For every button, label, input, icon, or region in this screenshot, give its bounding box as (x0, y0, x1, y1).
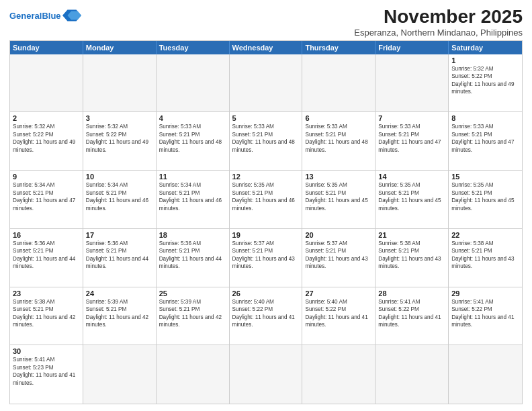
day-number: 15 (451, 173, 519, 181)
day-number: 17 (86, 231, 153, 239)
day-number: 8 (451, 114, 519, 122)
cell-text: Sunrise: 5:41 AMSunset: 5:22 PMDaylight:… (451, 298, 519, 329)
cal-cell: 9Sunrise: 5:34 AMSunset: 5:21 PMDaylight… (10, 171, 83, 229)
cell-text: Sunrise: 5:39 AMSunset: 5:21 PMDaylight:… (159, 298, 226, 329)
cal-cell: 16Sunrise: 5:36 AMSunset: 5:21 PMDayligh… (10, 229, 83, 287)
cal-header-day: Thursday (302, 41, 375, 54)
cal-cell: 23Sunrise: 5:38 AMSunset: 5:21 PMDayligh… (10, 287, 83, 346)
cal-header-day: Wednesday (230, 41, 303, 54)
cal-cell: 18Sunrise: 5:36 AMSunset: 5:21 PMDayligh… (157, 229, 230, 287)
cal-cell: 20Sunrise: 5:37 AMSunset: 5:21 PMDayligh… (302, 229, 375, 287)
cell-text: Sunrise: 5:37 AMSunset: 5:21 PMDaylight:… (232, 240, 300, 271)
day-number: 30 (13, 347, 80, 355)
cal-cell (230, 345, 303, 404)
logo-blue: Blue (42, 11, 60, 21)
cal-cell (157, 54, 230, 113)
day-number: 25 (159, 289, 226, 298)
cell-text: Sunrise: 5:39 AMSunset: 5:21 PMDaylight:… (86, 298, 153, 329)
cell-text: Sunrise: 5:36 AMSunset: 5:21 PMDaylight:… (13, 240, 80, 271)
cell-text: Sunrise: 5:32 AMSunset: 5:22 PMDaylight:… (13, 123, 80, 154)
cell-text: Sunrise: 5:41 AMSunset: 5:23 PMDaylight:… (13, 356, 80, 387)
cell-text: Sunrise: 5:35 AMSunset: 5:21 PMDaylight:… (232, 181, 300, 212)
day-number: 16 (13, 231, 80, 239)
cal-cell: 7Sunrise: 5:33 AMSunset: 5:21 PMDaylight… (375, 112, 449, 171)
cell-text: Sunrise: 5:37 AMSunset: 5:21 PMDaylight:… (305, 240, 372, 271)
logo-text: GeneralBlue (9, 11, 61, 21)
cal-cell (449, 345, 522, 404)
day-number: 24 (86, 289, 153, 298)
cell-text: Sunrise: 5:36 AMSunset: 5:21 PMDaylight:… (86, 240, 153, 271)
cal-cell (375, 345, 449, 404)
cell-text: Sunrise: 5:38 AMSunset: 5:21 PMDaylight:… (451, 240, 519, 271)
cell-text: Sunrise: 5:35 AMSunset: 5:21 PMDaylight:… (305, 181, 372, 212)
day-number: 4 (159, 114, 226, 122)
cal-cell (230, 54, 303, 113)
day-number: 9 (13, 173, 80, 181)
day-number: 27 (305, 289, 372, 298)
cal-header-day: Sunday (10, 41, 83, 54)
logo-icon (62, 8, 81, 23)
cal-cell: 14Sunrise: 5:35 AMSunset: 5:21 PMDayligh… (375, 171, 449, 229)
cal-cell: 4Sunrise: 5:33 AMSunset: 5:21 PMDaylight… (157, 112, 230, 171)
day-number: 20 (305, 231, 372, 239)
cal-cell: 12Sunrise: 5:35 AMSunset: 5:21 PMDayligh… (230, 171, 303, 229)
cell-text: Sunrise: 5:35 AMSunset: 5:21 PMDaylight:… (378, 181, 445, 212)
day-number: 14 (378, 173, 445, 181)
cal-cell: 21Sunrise: 5:38 AMSunset: 5:21 PMDayligh… (375, 229, 449, 287)
cal-cell: 2Sunrise: 5:32 AMSunset: 5:22 PMDaylight… (10, 112, 83, 171)
day-number: 21 (378, 231, 445, 239)
cal-cell: 6Sunrise: 5:33 AMSunset: 5:21 PMDaylight… (302, 112, 375, 171)
day-number: 7 (378, 114, 445, 122)
page-subtitle: Esperanza, Northern Mindanao, Philippine… (354, 28, 523, 38)
cell-text: Sunrise: 5:34 AMSunset: 5:21 PMDaylight:… (159, 181, 226, 212)
title-block: November 2025 Esperanza, Northern Mindan… (354, 7, 523, 38)
day-number: 5 (232, 114, 300, 122)
cell-text: Sunrise: 5:34 AMSunset: 5:21 PMDaylight:… (86, 181, 153, 212)
cal-cell: 28Sunrise: 5:41 AMSunset: 5:22 PMDayligh… (375, 287, 449, 346)
day-number: 28 (378, 289, 445, 298)
cell-text: Sunrise: 5:41 AMSunset: 5:22 PMDaylight:… (378, 298, 445, 329)
cal-cell (10, 54, 83, 113)
cal-cell (83, 345, 157, 404)
cal-cell: 15Sunrise: 5:35 AMSunset: 5:21 PMDayligh… (449, 171, 522, 229)
cell-text: Sunrise: 5:33 AMSunset: 5:21 PMDaylight:… (232, 123, 300, 154)
calendar: SundayMondayTuesdayWednesdayThursdayFrid… (9, 40, 523, 404)
cal-header-day: Tuesday (157, 41, 230, 54)
cal-cell (302, 345, 375, 404)
day-number: 13 (305, 173, 372, 181)
cal-cell: 24Sunrise: 5:39 AMSunset: 5:21 PMDayligh… (83, 287, 157, 346)
cell-text: Sunrise: 5:32 AMSunset: 5:22 PMDaylight:… (451, 65, 519, 96)
day-number: 29 (451, 289, 519, 298)
cal-cell: 30Sunrise: 5:41 AMSunset: 5:23 PMDayligh… (10, 345, 83, 404)
day-number: 11 (159, 173, 226, 181)
calendar-body: 1Sunrise: 5:32 AMSunset: 5:22 PMDaylight… (10, 54, 522, 404)
cal-header-day: Saturday (449, 41, 522, 54)
day-number: 18 (159, 231, 226, 239)
cal-cell: 1Sunrise: 5:32 AMSunset: 5:22 PMDaylight… (449, 54, 522, 113)
cell-text: Sunrise: 5:40 AMSunset: 5:22 PMDaylight:… (232, 298, 300, 329)
day-number: 22 (451, 231, 519, 239)
cal-cell: 17Sunrise: 5:36 AMSunset: 5:21 PMDayligh… (83, 229, 157, 287)
cell-text: Sunrise: 5:32 AMSunset: 5:22 PMDaylight:… (86, 123, 153, 154)
cal-cell: 3Sunrise: 5:32 AMSunset: 5:22 PMDaylight… (83, 112, 157, 171)
cal-cell (375, 54, 449, 113)
cal-cell: 10Sunrise: 5:34 AMSunset: 5:21 PMDayligh… (83, 171, 157, 229)
cell-text: Sunrise: 5:35 AMSunset: 5:21 PMDaylight:… (451, 181, 519, 212)
cell-text: Sunrise: 5:33 AMSunset: 5:21 PMDaylight:… (305, 123, 372, 154)
day-number: 23 (13, 289, 80, 298)
page-title: November 2025 (354, 7, 523, 28)
day-number: 10 (86, 173, 153, 181)
header: GeneralBlue November 2025 Esperanza, Nor… (9, 7, 523, 38)
day-number: 2 (13, 114, 80, 122)
cal-cell: 22Sunrise: 5:38 AMSunset: 5:21 PMDayligh… (449, 229, 522, 287)
cell-text: Sunrise: 5:33 AMSunset: 5:21 PMDaylight:… (378, 123, 445, 154)
cal-cell: 29Sunrise: 5:41 AMSunset: 5:22 PMDayligh… (449, 287, 522, 346)
cal-cell: 19Sunrise: 5:37 AMSunset: 5:21 PMDayligh… (230, 229, 303, 287)
day-number: 1 (451, 56, 519, 64)
cal-header-day: Friday (375, 41, 449, 54)
cal-cell (302, 54, 375, 113)
cal-cell: 27Sunrise: 5:40 AMSunset: 5:22 PMDayligh… (302, 287, 375, 346)
page: GeneralBlue November 2025 Esperanza, Nor… (0, 0, 532, 411)
cell-text: Sunrise: 5:33 AMSunset: 5:21 PMDaylight:… (159, 123, 226, 154)
cal-cell: 26Sunrise: 5:40 AMSunset: 5:22 PMDayligh… (230, 287, 303, 346)
